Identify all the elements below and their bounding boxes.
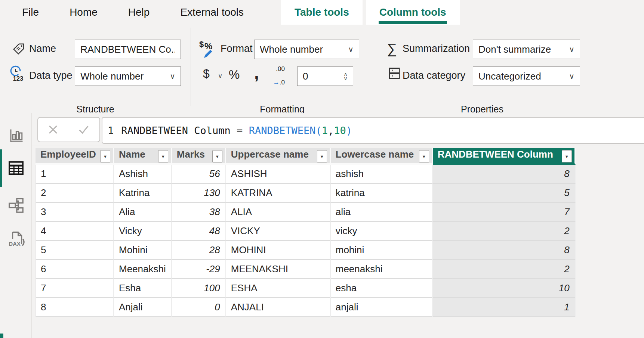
cell-uppercase-name[interactable]: ASHISH: [226, 165, 331, 184]
column-name-input[interactable]: [75, 40, 181, 59]
decimal-places-icon[interactable]: .00 →.0: [266, 67, 286, 86]
column-filter-dropdown[interactable]: ▾: [317, 150, 327, 162]
dax-query-view-button[interactable]: DAX: [0, 220, 32, 258]
cell-name[interactable]: Alia: [114, 203, 172, 222]
cell-marks[interactable]: 38: [172, 203, 226, 222]
tab-table-tools[interactable]: Table tools: [281, 0, 363, 25]
cell-name[interactable]: Mohini: [114, 241, 172, 260]
cell-randbetween-column[interactable]: 2: [433, 222, 576, 241]
cell-name[interactable]: Ashish: [114, 165, 172, 184]
column-header-uppercase-name[interactable]: Uppercase name▾: [226, 148, 331, 165]
formula-input[interactable]: 1 RANDBETWEEN Column = RANDBETWEEN(1,10): [102, 117, 644, 144]
cell-marks[interactable]: 0: [172, 298, 226, 317]
cell-randbetween-column[interactable]: 1: [433, 298, 576, 317]
menu-item-external-tools[interactable]: External tools: [165, 6, 259, 18]
cell-uppercase-name[interactable]: ESHA: [226, 279, 331, 298]
pencil-icon: [201, 49, 214, 60]
menu-bar: FileHomeHelpExternal tools Table toolsCo…: [0, 0, 644, 25]
table-row: 8Anjali0ANJALIanjali1: [36, 298, 576, 317]
percent-format-button[interactable]: %: [229, 68, 240, 82]
report-view-button[interactable]: [0, 117, 32, 154]
menu-item-help[interactable]: Help: [113, 6, 165, 18]
cell-marks[interactable]: -29: [172, 260, 226, 279]
cell-lowercase-name[interactable]: anjali: [331, 298, 433, 317]
cell-randbetween-column[interactable]: 8: [433, 165, 576, 184]
cell-randbetween-column[interactable]: 2: [433, 260, 576, 279]
cell-marks[interactable]: 56: [172, 165, 226, 184]
cell-uppercase-name[interactable]: KATRINA: [226, 184, 331, 203]
cell-name[interactable]: Katrina: [114, 184, 172, 203]
column-header-marks[interactable]: Marks▾: [172, 148, 226, 165]
data-type-select[interactable]: Whole number ∨: [75, 66, 181, 86]
cell-employeeid[interactable]: 3: [36, 203, 114, 222]
currency-dropdown-chevron[interactable]: ∨: [218, 72, 222, 80]
table-row: 1Ashish56ASHISHashish8: [36, 165, 576, 184]
cell-name[interactable]: Vicky: [114, 222, 172, 241]
column-header-employeeid[interactable]: EmployeeID▾: [36, 148, 114, 165]
cell-employeeid[interactable]: 6: [36, 260, 114, 279]
cell-lowercase-name[interactable]: esha: [331, 279, 433, 298]
cell-employeeid[interactable]: 8: [36, 298, 114, 317]
cell-lowercase-name[interactable]: katrina: [331, 184, 433, 203]
cell-randbetween-column[interactable]: 8: [433, 241, 576, 260]
cell-randbetween-column[interactable]: 7: [433, 203, 576, 222]
cell-uppercase-name[interactable]: ANJALI: [226, 298, 331, 317]
cell-employeeid[interactable]: 2: [36, 184, 114, 203]
cell-lowercase-name[interactable]: vicky: [331, 222, 433, 241]
cell-name[interactable]: Esha: [114, 279, 172, 298]
ribbon: Name 123 Data type Whole number ∨ Struct…: [0, 25, 644, 113]
column-name-value[interactable]: [80, 44, 175, 55]
column-header-name[interactable]: Name▾: [114, 148, 172, 165]
cell-uppercase-name[interactable]: ALIA: [226, 203, 331, 222]
summarization-select[interactable]: Don't summarize ∨: [473, 40, 580, 59]
column-filter-dropdown[interactable]: ▾: [562, 150, 572, 162]
cell-lowercase-name[interactable]: alia: [331, 203, 433, 222]
report-view-icon: [8, 128, 24, 143]
column-filter-dropdown[interactable]: ▾: [158, 150, 168, 162]
formula-commit-buttons: [37, 117, 100, 142]
data-category-select[interactable]: Uncategorized ∨: [473, 66, 580, 86]
cell-lowercase-name[interactable]: mohini: [331, 241, 433, 260]
column-filter-dropdown[interactable]: ▾: [100, 150, 110, 162]
model-view-button[interactable]: [0, 187, 32, 224]
cell-marks[interactable]: 28: [172, 241, 226, 260]
format-select[interactable]: Whole number ∨: [254, 40, 359, 59]
currency-format-button[interactable]: $: [203, 67, 210, 81]
cell-marks[interactable]: 48: [172, 222, 226, 241]
thousands-separator-button[interactable]: ,: [254, 63, 259, 83]
cell-marks[interactable]: 130: [172, 184, 226, 203]
menu-item-file[interactable]: File: [7, 6, 54, 18]
chevron-down-icon: ∨: [566, 72, 574, 81]
commit-formula-icon[interactable]: [77, 123, 91, 136]
data-type-icon: 123: [8, 65, 25, 82]
cell-employeeid[interactable]: 7: [36, 279, 114, 298]
cell-uppercase-name[interactable]: MOHINI: [226, 241, 331, 260]
formula-text: RANDBETWEEN Column = RANDBETWEEN(1,10): [121, 125, 352, 136]
cell-marks[interactable]: 100: [172, 279, 226, 298]
cell-uppercase-name[interactable]: VICKY: [226, 222, 331, 241]
spinner-down-icon[interactable]: ∨: [343, 76, 348, 80]
menu-item-home[interactable]: Home: [54, 6, 113, 18]
summarization-label: Summarization: [403, 43, 470, 55]
cell-uppercase-name[interactable]: MEENAKSHI: [226, 260, 331, 279]
cell-lowercase-name[interactable]: ashish: [331, 165, 433, 184]
cell-lowercase-name[interactable]: meenakshi: [331, 260, 433, 279]
formula-bar: 1 RANDBETWEEN Column = RANDBETWEEN(1,10): [32, 113, 644, 146]
table-row: 7Esha100ESHAesha10: [36, 279, 576, 298]
decimal-places-spinner[interactable]: 0 ∧ ∨: [297, 66, 353, 86]
cell-employeeid[interactable]: 1: [36, 165, 114, 184]
cancel-formula-icon[interactable]: [47, 123, 59, 136]
cell-employeeid[interactable]: 5: [36, 241, 114, 260]
data-category-value: Uncategorized: [478, 71, 541, 82]
column-header-randbetween-column[interactable]: RANDBETWEEN Column▾: [433, 148, 576, 165]
cell-employeeid[interactable]: 4: [36, 222, 114, 241]
tab-column-tools[interactable]: Column tools: [366, 0, 460, 25]
column-filter-dropdown[interactable]: ▾: [212, 150, 222, 162]
cell-randbetween-column[interactable]: 10: [433, 279, 576, 298]
column-header-lowercase-name[interactable]: Lowercase name▾: [331, 148, 433, 165]
column-filter-dropdown[interactable]: ▾: [419, 150, 429, 162]
data-view-button[interactable]: [0, 149, 32, 187]
cell-name[interactable]: Anjali: [114, 298, 172, 317]
cell-randbetween-column[interactable]: 5: [433, 184, 576, 203]
cell-name[interactable]: Meenakshi: [114, 260, 172, 279]
